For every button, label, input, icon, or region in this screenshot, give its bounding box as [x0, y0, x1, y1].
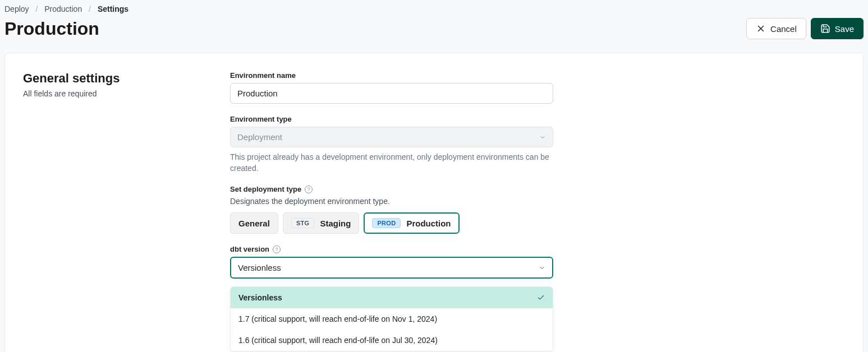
dbt-version-option-versionless[interactable]: Versionless [231, 287, 553, 308]
close-icon [756, 24, 766, 34]
prod-tag: PROD [372, 218, 401, 228]
env-type-label: Environment type [230, 115, 553, 123]
breadcrumb-current: Settings [98, 4, 128, 13]
deployment-type-group: Set deployment type ? Designates the dep… [230, 185, 553, 234]
dbt-version-value: Versionless [238, 263, 281, 272]
cancel-label: Cancel [770, 25, 797, 33]
deployment-prod-label: Production [406, 219, 451, 228]
page-header: Production Cancel Save [0, 13, 868, 53]
env-type-group: Environment type Deployment This project… [230, 115, 553, 174]
dbt-version-dropdown: Versionless 1.7 (critical support, will … [230, 286, 553, 351]
check-icon [537, 294, 545, 302]
env-type-help: This project already has a development e… [230, 152, 553, 174]
deployment-type-desc: Designates the deployment environment ty… [230, 197, 553, 206]
chevron-down-icon [539, 265, 545, 271]
help-icon[interactable]: ? [305, 186, 313, 193]
deployment-staging-label: Staging [320, 219, 351, 228]
header-actions: Cancel Save [746, 18, 864, 39]
deployment-option-production[interactable]: PROD Production [364, 212, 459, 234]
deployment-general-label: General [238, 219, 270, 228]
section-subtitle: All fields are required [23, 89, 217, 98]
deployment-type-segmented: General STG Staging PROD Production [230, 212, 553, 234]
option-label: 1.6 (critical support, will reach end-of… [238, 336, 438, 345]
option-label: 1.7 (critical support, will reach end-of… [238, 314, 437, 323]
cancel-button[interactable]: Cancel [746, 18, 806, 39]
dbt-version-label: dbt version [230, 245, 269, 253]
breadcrumb-separator: / [89, 4, 91, 13]
env-name-label: Environment name [230, 71, 553, 80]
staging-tag: STG [291, 218, 315, 228]
deployment-option-staging[interactable]: STG Staging [283, 212, 360, 234]
env-type-value: Deployment [237, 132, 282, 142]
env-name-group: Environment name [230, 71, 553, 104]
settings-card: General settings All fields are required… [4, 53, 864, 352]
breadcrumb: Deploy / Production / Settings [0, 0, 868, 13]
dbt-version-group: dbt version ? Versionless Versionless [230, 245, 553, 351]
breadcrumb-separator: / [35, 4, 38, 13]
deployment-option-general[interactable]: General [230, 212, 278, 234]
option-label: Versionless [238, 293, 282, 302]
deployment-type-label: Set deployment type [230, 185, 301, 193]
section-title: General settings [23, 71, 217, 86]
breadcrumb-item-production[interactable]: Production [44, 4, 82, 13]
page-title: Production [4, 18, 99, 39]
save-button[interactable]: Save [811, 18, 864, 39]
breadcrumb-item-deploy[interactable]: Deploy [4, 4, 29, 13]
dbt-version-select[interactable]: Versionless [230, 257, 553, 279]
dbt-version-option-16[interactable]: 1.6 (critical support, will reach end-of… [231, 330, 553, 351]
help-icon[interactable]: ? [273, 246, 281, 253]
save-icon [820, 24, 830, 34]
save-label: Save [835, 25, 854, 33]
env-type-select: Deployment [230, 127, 553, 147]
chevron-down-icon [539, 134, 546, 141]
dbt-version-option-17[interactable]: 1.7 (critical support, will reach end-of… [231, 308, 553, 330]
env-name-input[interactable] [230, 83, 553, 104]
